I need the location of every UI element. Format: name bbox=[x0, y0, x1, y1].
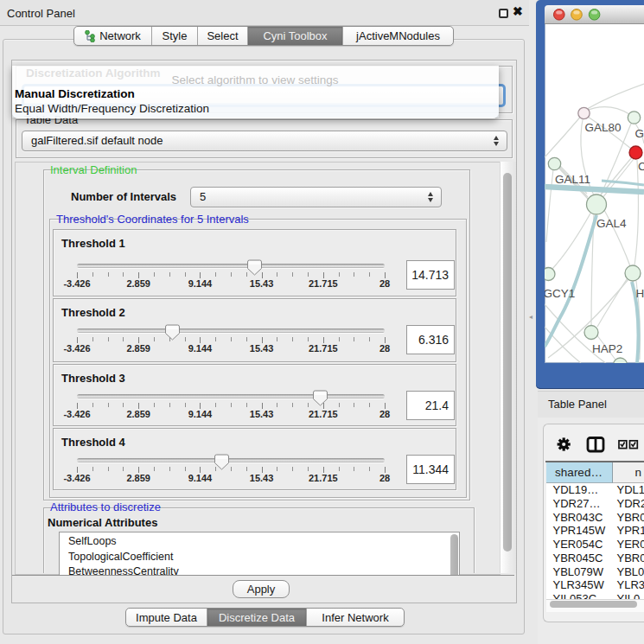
svg-text:HIS: HIS bbox=[636, 287, 644, 300]
svg-text:GAL11: GAL11 bbox=[555, 173, 590, 186]
svg-text:GAL80: GAL80 bbox=[585, 121, 622, 134]
svg-text:GAL4: GAL4 bbox=[635, 127, 644, 140]
svg-text:GCY1: GCY1 bbox=[545, 287, 575, 300]
svg-text:CYC: CYC bbox=[638, 160, 644, 173]
svg-text:HAP2: HAP2 bbox=[592, 342, 622, 355]
svg-text:GAL4: GAL4 bbox=[596, 217, 627, 230]
